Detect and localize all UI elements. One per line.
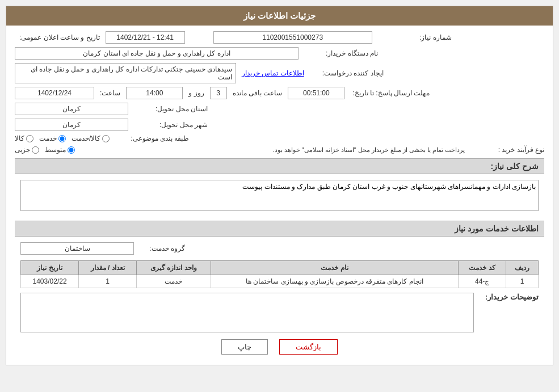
action-buttons: بازگشت چاپ [15, 339, 544, 355]
buyer-notes-label: توضیحات خریدار: [480, 293, 539, 301]
deadline-label: مهلت ارسال پاسخ: تا تاریخ: [348, 89, 430, 97]
request-number-label: شماره نیاز: [378, 33, 452, 41]
deadline-days-value: 3 [210, 87, 227, 99]
buyer-org-label: نام دستگاه خریدار: [304, 49, 378, 57]
requester-label: ایجاد کننده درخواست: [310, 69, 384, 77]
services-table: ردیف کد خدمت نام خدمت واحد اندازه گیری ت… [20, 260, 539, 288]
back-button[interactable]: بازگشت [279, 339, 338, 355]
col-unit: واحد اندازه گیری [137, 261, 211, 275]
purchase-type-option-mottavasset[interactable]: متوسط [45, 146, 75, 154]
deadline-remaining: 00:51:00 [288, 87, 344, 99]
col-name: نام خدمت [211, 261, 459, 275]
col-qty: تعداد / مقدار [79, 261, 137, 275]
print-button[interactable]: چاپ [221, 339, 268, 355]
category-option-kala[interactable]: کالا [15, 134, 33, 142]
col-code: کد خدمت [459, 261, 506, 275]
city-label: شهر محل تحویل: [134, 121, 208, 129]
announcement-date-value: 1402/12/21 - 12:41 [106, 31, 185, 44]
city-value: کرمان [15, 119, 128, 131]
purchase-type-label: نوع فرآیند خرید : [470, 146, 544, 154]
deadline-time: 14:00 [126, 87, 183, 99]
description-section-title: شرح کلی نیاز: [15, 158, 544, 174]
purchase-type-radio-group: متوسط جزیی [15, 146, 75, 154]
deadline-days-label: روز و [188, 89, 204, 97]
category-option-kala-khedmat[interactable]: کالا/خدمت [72, 134, 110, 142]
service-group-label: گروه خدمت: [140, 245, 185, 252]
province-value: کرمان [15, 103, 128, 115]
category-option-khedmat[interactable]: خدمت [39, 134, 66, 142]
buyer-org-value: اداره کل راهداری و حمل و نقل جاده ای است… [15, 47, 299, 60]
requester-contact-link[interactable]: اطلاعات تماس خریدار [242, 69, 304, 77]
col-row: ردیف [506, 261, 539, 275]
purchase-type-option-jozi[interactable]: جزیی [15, 146, 39, 154]
category-label: طبقه بندی موضوعی: [115, 134, 189, 142]
table-row: 1ج-44انجام کارهای متفرقه درخصوص بازسازی … [21, 275, 539, 288]
purchase-type-note: پرداخت تمام یا بخشی از مبلغ خریدار محل "… [81, 146, 465, 154]
request-number-value: 1102001551000273 [213, 31, 372, 44]
description-textarea[interactable] [20, 180, 539, 211]
page-title: جزئیات اطلاعات نیاز [6, 6, 553, 26]
col-date: تاریخ نیاز [21, 261, 79, 275]
requester-value: سیدهادی حسینی جتکنی تدارکات اداره کل راه… [15, 63, 236, 83]
deadline-remaining-label: ساعت باقی مانده [233, 89, 283, 97]
buyer-notes-textarea[interactable] [20, 293, 474, 332]
announcement-date-label: تاریخ و ساعت اعلان عمومی: [15, 33, 100, 41]
deadline-date: 1402/12/24 [15, 87, 94, 99]
province-label: استان محل تحویل: [134, 105, 208, 113]
deadline-time-label: ساعت: [100, 89, 120, 97]
services-section-title: اطلاعات خدمات مورد نیاز [15, 221, 544, 237]
category-radio-group: کالا/خدمت خدمت کالا [15, 134, 110, 142]
service-group-value: ساختمان [20, 242, 134, 255]
